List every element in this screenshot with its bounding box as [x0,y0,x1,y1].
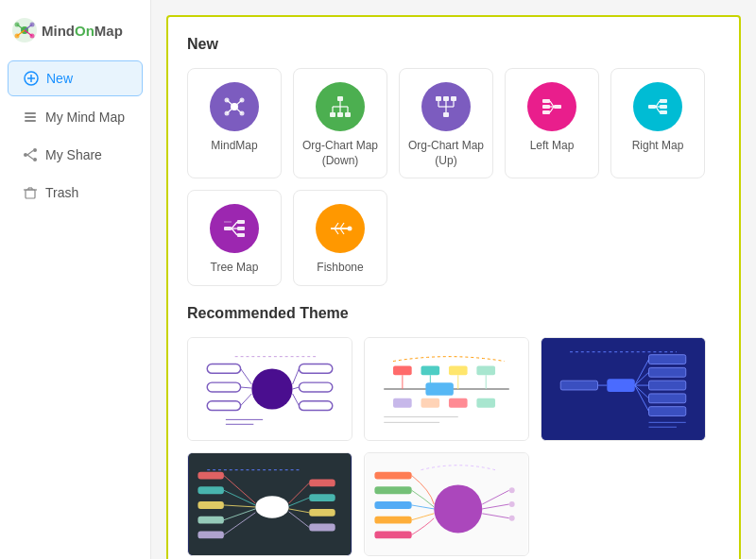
right-map-icon [633,82,682,131]
svg-point-80 [348,227,352,231]
svg-rect-108 [393,398,412,408]
svg-line-66 [656,107,660,112]
svg-rect-139 [198,531,223,538]
map-item-mindmap[interactable]: MindMap [187,68,282,178]
svg-point-18 [24,153,27,157]
svg-rect-35 [337,96,343,101]
svg-line-64 [656,101,660,107]
svg-line-20 [27,155,33,160]
svg-rect-61 [660,99,667,103]
share-icon [23,147,38,162]
svg-rect-157 [374,501,411,509]
svg-point-165 [509,516,515,521]
sidebar-item-my-share[interactable]: My Share [8,138,143,172]
svg-rect-53 [554,105,561,109]
svg-rect-63 [660,110,667,114]
svg-rect-103 [476,365,495,375]
svg-rect-148 [309,523,335,531]
sidebar-item-trash[interactable]: Trash [8,176,143,210]
theme-card-1-svg [188,338,352,440]
svg-point-134 [255,496,288,518]
svg-rect-13 [25,112,36,114]
svg-rect-15 [25,120,36,122]
svg-point-164 [509,501,515,507]
svg-line-71 [232,222,237,229]
svg-rect-117 [607,379,634,392]
fishbone-label: Fishbone [317,261,363,276]
svg-rect-45 [443,96,449,101]
theme-card-5[interactable] [364,452,529,556]
svg-rect-120 [649,381,686,390]
svg-rect-122 [649,406,686,415]
new-section-title: New [187,36,720,53]
svg-rect-137 [198,501,223,509]
sidebar: MindOnMap New My Mind Map My Share Trash [0,0,151,559]
map-item-fishbone[interactable]: Fishbone [293,190,387,286]
svg-rect-37 [337,112,343,117]
svg-rect-110 [449,398,468,408]
svg-rect-155 [374,471,411,479]
svg-rect-70 [237,233,245,237]
sidebar-item-new[interactable]: New [8,60,143,96]
theme-card-4-svg [188,453,352,555]
svg-rect-44 [436,96,441,101]
fishbone-icon [316,204,365,253]
svg-line-19 [27,151,33,156]
theme-card-3-svg [541,338,705,440]
svg-rect-158 [374,517,411,524]
svg-rect-147 [309,509,335,517]
svg-rect-36 [330,112,335,117]
org-chart-up-icon [421,82,471,131]
svg-rect-69 [237,227,245,230]
svg-rect-68 [237,220,245,224]
svg-rect-46 [451,96,456,101]
plus-icon [24,71,39,86]
map-item-right-map[interactable]: Right Map [610,68,705,178]
theme-card-4[interactable] [187,452,352,556]
svg-rect-136 [198,486,223,494]
svg-rect-145 [309,479,335,486]
svg-rect-14 [25,116,36,118]
map-item-left-map[interactable]: Left Map [505,68,599,178]
sidebar-item-trash-label: Trash [45,185,78,200]
theme-card-2[interactable] [364,337,529,441]
svg-rect-21 [26,190,35,198]
theme-card-3[interactable] [541,337,706,441]
svg-rect-38 [345,112,351,117]
svg-rect-102 [449,365,468,375]
svg-rect-100 [393,365,412,375]
svg-line-57 [550,101,554,107]
svg-rect-112 [425,382,453,396]
svg-rect-47 [443,112,449,117]
svg-rect-55 [542,105,550,109]
logo-icon [11,17,38,43]
svg-point-16 [33,148,37,152]
svg-rect-121 [649,394,686,403]
svg-rect-135 [198,471,223,479]
map-item-org-chart-down[interactable]: Org-Chart Map (Down) [293,68,387,178]
svg-rect-123 [560,381,597,390]
svg-rect-54 [542,99,550,103]
svg-line-59 [550,107,554,112]
theme-section-title: Recommended Theme [187,305,720,322]
theme-card-5-svg [365,453,528,555]
sidebar-item-my-share-label: My Share [45,147,102,162]
svg-point-83 [251,368,292,409]
map-item-org-chart-up[interactable]: Org-Chart Map (Up) [399,68,493,178]
sidebar-item-my-mind-map[interactable]: My Mind Map [8,100,143,134]
sidebar-item-new-label: New [46,71,73,86]
tree-map-icon [210,204,259,253]
svg-rect-146 [309,494,335,501]
svg-line-73 [232,229,237,235]
left-map-label: Left Map [530,139,575,154]
theme-grid [187,337,720,556]
tree-map-label: Tree Map [211,261,259,276]
org-chart-up-label: Org-Chart Map (Up) [407,139,485,168]
logo: MindOnMap [0,9,150,59]
logo-text: MindOnMap [42,23,123,39]
svg-rect-109 [421,398,440,408]
map-item-tree-map[interactable]: Tree Map [187,190,282,286]
right-map-label: Right Map [632,139,684,154]
mindmap-label: MindMap [211,139,257,154]
theme-card-1[interactable] [187,337,352,441]
